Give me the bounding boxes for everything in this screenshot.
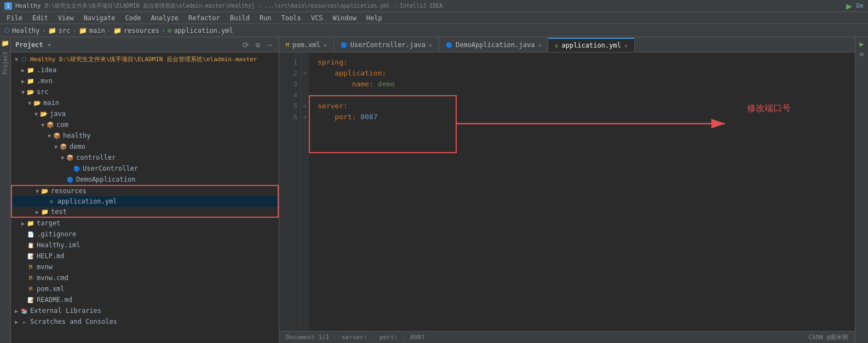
status-value: 8087 (410, 334, 425, 341)
title-bar: I Healthy D:\研究生文件夹\练手项目\ELADMIN 后台管理系统\… (0, 0, 868, 12)
breadcrumb-src[interactable]: src (59, 27, 71, 34)
menu-help[interactable]: Help (362, 13, 387, 23)
menu-code[interactable]: Code (121, 13, 146, 23)
menu-vcs[interactable]: VCS (307, 13, 327, 23)
menu-file[interactable]: File (2, 13, 27, 23)
tree-item-applicationyml[interactable]: ⚙ application.yml (11, 196, 279, 207)
tab-da-close[interactable]: ✕ (538, 42, 541, 48)
tab-pom-close[interactable]: ✕ (324, 42, 327, 48)
breadcrumb-file[interactable]: application.yml (174, 27, 233, 34)
tab-usercontroller[interactable]: 🔵 UserController.java ✕ (334, 38, 439, 52)
settings-icon[interactable]: ⚙ (254, 40, 262, 49)
tree-label-demo: demo (70, 143, 85, 150)
tab-applicationyml[interactable]: ⚙ application.yml ✕ (548, 38, 634, 52)
line-num-4: 4 (283, 90, 297, 101)
menu-edit[interactable]: Edit (28, 13, 53, 23)
tree-label-src: src (37, 88, 49, 96)
tree-item-help[interactable]: 📝 HELP.md (11, 251, 279, 261)
code-line-2: application: (318, 68, 846, 79)
tree-item-controller[interactable]: ▼ 📦 controller (11, 152, 279, 163)
breadcrumb-main[interactable]: main (89, 27, 105, 34)
sync-icon[interactable]: ⟳ (242, 40, 250, 49)
tree-item-target[interactable]: ▶ 📁 target (11, 218, 279, 229)
pkg-icon-com: 📦 (46, 120, 55, 129)
menu-refactor[interactable]: Refactor (184, 13, 225, 23)
tab-da-label: DemoApplication.java (456, 41, 535, 49)
tree-label-da: DemoApplication (76, 176, 135, 183)
gutter-3 (301, 79, 309, 90)
breadcrumb-project[interactable]: Healthy (12, 27, 40, 34)
menu-window[interactable]: Window (328, 13, 360, 23)
arrow-scratches: ▶ (13, 318, 20, 325)
tree-label-iml: Healthy.iml (37, 241, 80, 249)
right-toolbar: ▶ ⚙ (855, 37, 868, 343)
tree-item-mvnw[interactable]: M mvnw (11, 261, 279, 272)
menu-tools[interactable]: Tools (277, 13, 306, 23)
line-num-2: 2 (283, 68, 297, 79)
tree-item-mvnwcmd[interactable]: M mvnw.cmd (11, 272, 279, 283)
breadcrumb-bar: ⬡ Healthy › 📁 src › 📁 main › 📁 resources… (0, 24, 868, 37)
arrow-test: ▶ (34, 208, 41, 215)
tree-item-java[interactable]: ▼ 📂 java (11, 108, 279, 119)
panel-dropdown-icon[interactable]: ▾ (48, 41, 51, 49)
tree-item-com[interactable]: ▼ 📦 com (11, 119, 279, 130)
gutter-2: ⊖ (301, 68, 309, 79)
mvn-icon-mvnw: M (26, 263, 35, 271)
tree-item-test[interactable]: ▶ 📁 test (11, 207, 279, 218)
tree-label-main: main (43, 99, 59, 107)
tree-item-main[interactable]: ▼ 📂 main (11, 97, 279, 108)
tree-item-resources[interactable]: ▼ 📂 resources (11, 185, 279, 196)
tree-item-iml[interactable]: 📋 Healthy.iml (11, 240, 279, 251)
breadcrumb-icon: ⬡ (4, 27, 10, 34)
tree-label-yml: application.yml (58, 197, 117, 205)
line-num-6: 6 (283, 112, 297, 123)
bc-folder-icon: 📁 (48, 27, 56, 34)
de-button[interactable]: De (856, 2, 864, 9)
tree-label-test: test (51, 208, 67, 216)
breadcrumb-resources[interactable]: resources (124, 27, 159, 34)
arrow-controller: ▼ (59, 154, 66, 161)
tab-pom[interactable]: M pom.xml ✕ (279, 38, 334, 52)
tab-uc-icon: 🔵 (341, 42, 347, 48)
right-tool-1[interactable]: ▶ (859, 39, 864, 48)
editor-content[interactable]: 1 2 3 4 5 6 ⊖ ⊖ ⊖ spring: (279, 53, 855, 331)
tab-yml-close[interactable]: ✕ (624, 43, 628, 49)
folder-icon-main: 📂 (33, 98, 42, 107)
tab-demoapplication[interactable]: 🔵 DemoApplication.java ✕ (439, 38, 549, 52)
menu-build[interactable]: Build (226, 13, 254, 23)
tree-item-src[interactable]: ▼ 📂 src (11, 86, 279, 97)
tree-item-gitignore[interactable]: 📄 .gitignore (11, 229, 279, 240)
status-context2: port: (380, 334, 398, 341)
code-area[interactable]: spring: application: name: demo server: … (309, 53, 855, 331)
tree-item-mvn[interactable]: ▶ 📁 .mvn (11, 75, 279, 86)
tree-item-root[interactable]: ▼ ⬡ Healthy D:\研究生文件夹\练手项目\ELADMIN 后台管理系… (11, 54, 279, 65)
tree-item-idea[interactable]: ▶ 📁 .idea (11, 65, 279, 75)
menu-view[interactable]: View (54, 13, 78, 23)
run-button[interactable]: ▶ (846, 0, 852, 11)
token-name-v: demo (378, 79, 395, 90)
arrow-java: ▼ (33, 111, 39, 117)
panel-header: Project ▾ ⟳ ⚙ − (11, 37, 279, 53)
panel-header-icons: ⟳ ⚙ − (242, 40, 274, 49)
tree-item-ext-libs[interactable]: ▶ 📚 External Libraries (11, 305, 279, 316)
tree-item-demoapplication[interactable]: 🔵 DemoApplication (11, 174, 279, 185)
tab-uc-close[interactable]: ✕ (429, 42, 432, 48)
tree-item-scratches[interactable]: ▶ ✏ Scratches and Consoles (11, 316, 279, 327)
tree-item-usercontroller[interactable]: 🔵 UserController (11, 163, 279, 174)
tree-item-demo[interactable]: ▼ 📦 demo (11, 141, 279, 152)
ext-icon: 📚 (20, 306, 28, 315)
git-icon: 📄 (26, 230, 35, 239)
right-tool-2[interactable]: ⚙ (860, 50, 864, 58)
tree-item-pomxml[interactable]: M pom.xml (11, 283, 279, 294)
tree-label-mvnw: mvnw (37, 263, 53, 271)
tree-item-healthy[interactable]: ▼ 📦 healthy (11, 130, 279, 141)
menu-analyze[interactable]: Analyze (146, 13, 183, 23)
status-bar: Document 1/1 › server: › port: › 8087 CS… (279, 331, 855, 343)
tree-item-readme[interactable]: 📝 README.md (11, 294, 279, 305)
menu-run[interactable]: Run (255, 13, 276, 23)
minimize-icon[interactable]: − (266, 40, 274, 49)
gutter-6: ⊖ (301, 112, 309, 123)
menu-navigate[interactable]: Navigate (79, 13, 120, 23)
status-sep2: › (371, 334, 375, 341)
bc-folder-icon2: 📁 (79, 27, 87, 34)
